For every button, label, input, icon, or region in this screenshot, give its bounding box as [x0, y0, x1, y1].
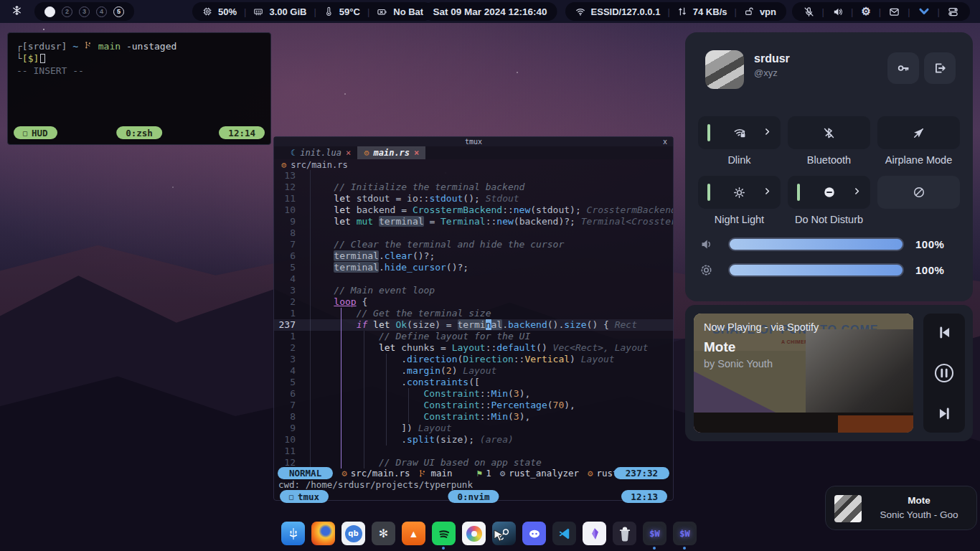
dock-icon-finder[interactable] — [281, 522, 305, 545]
dock-icon-trash[interactable] — [613, 522, 636, 545]
dock-icon-spotify[interactable] — [432, 522, 456, 545]
toggle-label: Do Not Disturb — [795, 214, 863, 226]
divider — [821, 6, 826, 17]
toggle-cell: Night Light — [698, 176, 781, 226]
chevron-down-icon[interactable] — [917, 6, 931, 17]
running-indicator — [683, 547, 686, 550]
git-branch: main — [98, 41, 121, 52]
top-bar: 2345 50% 3.00 GiB 59°C No Bat Sat 09 Mar… — [0, 0, 980, 23]
wifi-lock-icon — [733, 126, 746, 139]
brightness-slider[interactable] — [728, 263, 904, 277]
divider — [936, 6, 941, 17]
previous-track-button[interactable] — [937, 325, 952, 340]
album-art[interactable]: SHAPE OF PUNK TO COME A CHIMERICAL BOMBI… — [694, 314, 913, 433]
toggle-dlink[interactable] — [698, 116, 781, 149]
lock-keys-button[interactable] — [887, 52, 919, 84]
divider — [906, 6, 911, 17]
toggles-panel-icon[interactable] — [946, 6, 960, 17]
workspace-2[interactable]: 2 — [62, 6, 72, 17]
code-line: 8 — [274, 227, 673, 239]
dock-icon-vscode[interactable] — [552, 522, 576, 545]
code-line: 1 // Define layout for the UI — [274, 331, 673, 342]
statusline-lsp: ⚙rust_analyzer — [500, 468, 579, 479]
dock-icon-photos[interactable] — [462, 522, 486, 545]
battery-icon — [377, 6, 387, 17]
code-area[interactable]: 1312 // Initialize the terminal backend1… — [274, 170, 673, 468]
network-status: ESSID/127.0.0.1 74 KB/s vpn — [565, 2, 786, 21]
code-line: 3 .direction(Direction::Vertical) Layout — [274, 354, 673, 365]
snowflake-logo-icon[interactable] — [11, 5, 22, 16]
tmux-session-pill[interactable]: tmux — [280, 490, 329, 503]
tmux-session-pill[interactable]: HUD — [14, 126, 57, 139]
logout-button[interactable] — [924, 52, 956, 84]
workspace-5[interactable]: 5 — [113, 6, 124, 17]
desktop: 2345 50% 3.00 GiB 59°C No Bat Sat 09 Mar… — [0, 0, 980, 551]
dock-icon-obs[interactable]: ✻ — [372, 522, 395, 545]
dock-icon-sw-app-1[interactable]: $W — [643, 522, 666, 545]
volume-slider[interactable] — [728, 237, 904, 251]
dock-icon-qbittorrent[interactable]: qb — [341, 522, 365, 545]
code-line: 4 .margin(2) Layout — [274, 365, 673, 377]
speaker-icon[interactable] — [831, 6, 844, 17]
clock[interactable]: Sat 09 Mar 2024 12:16:40 — [423, 2, 557, 21]
toggle-bluetooth[interactable] — [788, 116, 870, 149]
workspace-3[interactable]: 3 — [79, 6, 90, 17]
tmux-window-pill[interactable]: 0:nvim — [448, 490, 499, 503]
code-line: 3 // Main event loop — [274, 285, 673, 296]
chevron-right-icon[interactable] — [763, 126, 772, 139]
tmux-clock-pill: 12:14 — [219, 126, 265, 139]
divider — [849, 6, 854, 17]
toggle-cell — [877, 176, 960, 226]
dock-icon-obsidian[interactable] — [583, 522, 606, 545]
workspace-switcher: 2345 — [34, 2, 134, 21]
tab-close-icon[interactable]: × — [346, 148, 351, 158]
toggle-airplane-mode[interactable] — [877, 116, 960, 149]
network-speed: 74 KB/s — [693, 6, 727, 17]
code-line: 7 // Clear the terminal and hide the cur… — [274, 239, 673, 250]
dock-icon-sw-app-2[interactable]: $W — [673, 522, 697, 545]
now-playing-source: Now Playing - via Spotify — [704, 321, 819, 333]
buffer-tabbar: ☾init.lua×⚙main.rs× — [274, 146, 673, 159]
terminal-window[interactable]: ┌[srdusr] ~ main -unstaged └[$] -- INSER… — [7, 32, 271, 145]
mail-icon[interactable] — [887, 6, 901, 17]
chevron-right-icon[interactable] — [763, 186, 772, 199]
toggle-do-not-disturb[interactable] — [788, 176, 870, 209]
divider — [312, 6, 317, 17]
system-tray: ⚙ — [792, 2, 970, 21]
tab-init.lua[interactable]: ☾init.lua× — [284, 146, 357, 159]
notification-card[interactable]: Mote Sonic Youth - Goo — [825, 486, 977, 530]
dock-icon-vlc[interactable]: ▲ — [402, 522, 425, 545]
active-indicator — [797, 184, 800, 201]
divider — [666, 6, 671, 17]
tab-main.rs[interactable]: ⚙main.rs× — [357, 146, 425, 159]
code-line: 6 Constraint::Min(3), — [274, 388, 673, 400]
tab-close-icon[interactable]: × — [414, 148, 419, 158]
settings-gear-icon[interactable]: ⚙ — [859, 5, 872, 18]
dock-icon-discord[interactable] — [522, 522, 546, 545]
scope-guide — [341, 308, 341, 468]
toggle-blocked[interactable] — [877, 176, 960, 209]
track-artist: by Sonic Youth — [704, 358, 773, 369]
quick-toggles-grid: DlinkBluetoothAirplane ModeNight LightDo… — [698, 116, 960, 226]
pause-button[interactable] — [933, 362, 955, 384]
next-track-button[interactable] — [937, 406, 952, 421]
toggle-cell: Bluetooth — [788, 116, 870, 166]
toggle-label: Night Light — [715, 214, 764, 226]
workspace-1[interactable] — [44, 6, 55, 17]
toggle-night-light[interactable] — [698, 176, 781, 209]
tmux-statusbar: tmux 0:nvim 12:13 — [274, 490, 673, 502]
divider — [366, 6, 371, 17]
code-line: 10 let backend = CrosstermBackend::new(s… — [274, 204, 673, 216]
breadcrumb: ⚙ src/main.rs — [274, 159, 673, 170]
editor-window[interactable]: tmux x ☾init.lua×⚙main.rs× ⚙ src/main.rs… — [273, 136, 674, 501]
tmux-window-pill[interactable]: 0:zsh — [116, 126, 162, 139]
tab-label: main.rs — [374, 148, 410, 158]
window-close-button[interactable]: x — [663, 137, 667, 146]
workspace-4[interactable]: 4 — [96, 6, 107, 17]
chevron-right-icon[interactable] — [852, 186, 862, 199]
dock-icon-firefox[interactable] — [311, 522, 335, 545]
temperature-icon — [324, 6, 334, 17]
divider — [732, 6, 738, 17]
microphone-muted-icon[interactable] — [802, 6, 816, 17]
airplane-off-icon — [913, 127, 925, 139]
